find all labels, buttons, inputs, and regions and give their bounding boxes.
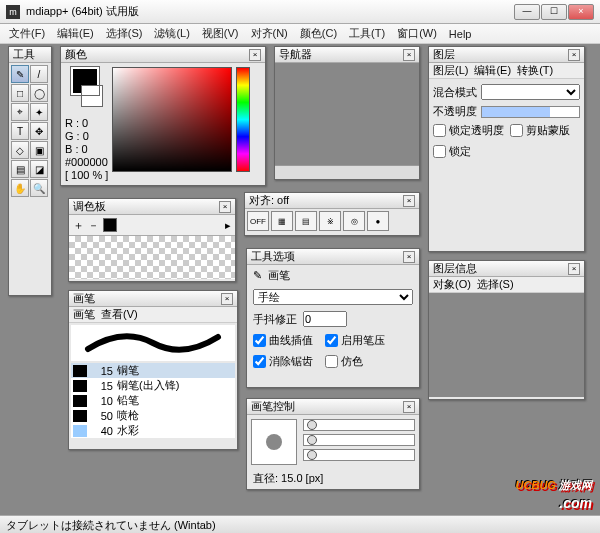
maximize-button[interactable]: ☐ [541,4,567,20]
eraser-tool[interactable]: ◪ [30,160,48,178]
panel-close-icon[interactable]: × [403,401,415,413]
hue-slider[interactable] [236,67,250,172]
opacity-slider[interactable] [481,106,580,118]
lasso-tool[interactable]: ◯ [30,84,48,102]
text-tool[interactable]: T [11,122,29,140]
lock-alpha-check[interactable]: 锁定透明度 [433,123,504,138]
align-btn-5[interactable]: ● [367,211,389,231]
brush-list-item[interactable]: 50喷枪 [71,408,235,423]
brushctrl-panel: 画笔控制× 直径: 15.0 [px] [246,398,420,490]
eyedrop-tool[interactable]: ⌖ [11,103,29,121]
brush-tool[interactable]: ✎ [11,65,29,83]
hand-tool[interactable]: ✋ [11,179,29,197]
zoom-tool[interactable]: 🔍 [30,179,48,197]
close-button[interactable]: × [568,4,594,20]
statusbar: タブレットは接続されていません (Wintab) [0,515,600,533]
menu-view[interactable]: 视图(V) [197,24,244,43]
antialias-check[interactable]: 消除锯齿 [253,354,313,369]
b-value: B : 0 [65,143,108,156]
brush-list-item[interactable]: 40水彩 [71,423,235,438]
panel-close-icon[interactable]: × [249,49,261,61]
brush-submenu-brush[interactable]: 画笔 [73,307,95,322]
minimize-button[interactable]: — [514,4,540,20]
palette-panel: 调色板× ＋ － ▸ [68,198,236,282]
menu-color[interactable]: 颜色(C) [295,24,342,43]
palette-del-button[interactable]: － [88,218,99,233]
palette-grid[interactable] [69,235,235,279]
menu-align[interactable]: 对齐(N) [246,24,293,43]
layerinfo-menu-select[interactable]: 选择(S) [477,277,514,292]
panel-close-icon[interactable]: × [568,49,580,61]
lock-check[interactable]: 锁定 [433,144,471,159]
wand-tool[interactable]: ✦ [30,103,48,121]
clip-mask-check[interactable]: 剪贴蒙版 [510,123,570,138]
toolbox-grid: ✎/□◯⌖✦T✥◇▣▤◪✋🔍 [9,63,51,199]
tool-name-label: 画笔 [268,268,290,283]
navigator-panel: 导航器× [274,46,420,180]
palette-add-button[interactable]: ＋ [73,218,84,233]
menu-select[interactable]: 选择(S) [101,24,148,43]
panel-close-icon[interactable]: × [221,293,233,305]
panel-close-icon[interactable]: × [568,263,580,275]
menu-help[interactable]: Help [444,26,477,42]
layerinfo-body [429,293,584,397]
menu-window[interactable]: 窗口(W) [392,24,442,43]
r-value: R : 0 [65,117,108,130]
brushctrl-slider-1[interactable] [303,419,415,431]
gradient-tool[interactable]: ▤ [11,160,29,178]
window-titlebar: m mdiapp+ (64bit) 试用版 — ☐ × [0,0,600,24]
brush-list-item[interactable]: 15铜笔(出入锋) [71,378,235,393]
panel-close-icon[interactable]: × [403,195,415,207]
fill-tool[interactable]: ▣ [30,141,48,159]
pressure-check[interactable]: 启用笔压 [325,333,385,348]
dither-check[interactable]: 仿色 [325,354,363,369]
workspace: 工具 ✎/□◯⌖✦T✥◇▣▤◪✋🔍 颜色× R : 0 G : 0 B : 0 … [0,44,600,515]
panel-close-icon[interactable]: × [403,251,415,263]
palette-title: 调色板 [73,199,217,214]
align-btn-1[interactable]: ▦ [271,211,293,231]
diameter-label: 直径: 15.0 [px] [247,469,419,488]
panel-close-icon[interactable]: × [219,201,231,213]
brush-list-item[interactable]: 15铜笔 [71,363,235,378]
layers-menu-layer[interactable]: 图层(L) [433,63,468,78]
brush-size-preview [251,419,297,465]
brushctrl-title: 画笔控制 [251,399,401,414]
draw-mode-select[interactable]: 手绘 [253,289,413,305]
palette-swatch[interactable] [103,218,117,232]
layerinfo-menu-object[interactable]: 对象(O) [433,277,471,292]
brush-submenu-view[interactable]: 查看(V) [101,307,138,322]
rect-select-tool[interactable]: □ [11,84,29,102]
align-btn-3[interactable]: ※ [319,211,341,231]
pencil-tool[interactable]: / [30,65,48,83]
align-btn-2[interactable]: ▤ [295,211,317,231]
layerinfo-panel: 图层信息× 对象(O) 选择(S) [428,260,585,400]
panel-close-icon[interactable]: × [403,49,415,61]
brushctrl-slider-2[interactable] [303,434,415,446]
curve-check[interactable]: 曲线插值 [253,333,313,348]
menu-file[interactable]: 文件(F) [4,24,50,43]
menu-filter[interactable]: 滤镜(L) [149,24,194,43]
stabilize-input[interactable] [303,311,347,327]
palette-menu-icon[interactable]: ▸ [225,219,231,232]
layers-menu-convert[interactable]: 转换(T) [517,63,553,78]
navigator-scroll[interactable] [275,165,419,179]
opacity-value: [ 100 % ] [65,169,108,182]
menubar: 文件(F) 编辑(E) 选择(S) 滤镜(L) 视图(V) 对齐(N) 颜色(C… [0,24,600,44]
brushctrl-slider-3[interactable] [303,449,415,461]
brush-icon: ✎ [253,269,262,282]
layers-menu-edit[interactable]: 编辑(E) [474,63,511,78]
background-swatch[interactable] [81,85,103,107]
shape-tool[interactable]: ◇ [11,141,29,159]
move-tool[interactable]: ✥ [30,122,48,140]
menu-tools[interactable]: 工具(T) [344,24,390,43]
brush-list-item[interactable]: 10铅笔 [71,393,235,408]
align-btn-4[interactable]: ◎ [343,211,365,231]
navigator-view[interactable] [275,63,419,179]
toolbox-panel: 工具 ✎/□◯⌖✦T✥◇▣▤◪✋🔍 [8,46,52,296]
color-picker-field[interactable] [112,67,232,172]
app-icon: m [6,5,20,19]
blend-mode-select[interactable] [481,84,580,100]
menu-edit[interactable]: 编辑(E) [52,24,99,43]
align-btn-0[interactable]: OFF [247,211,269,231]
color-panel: 颜色× R : 0 G : 0 B : 0 #000000 [ 100 % ] [60,46,266,186]
